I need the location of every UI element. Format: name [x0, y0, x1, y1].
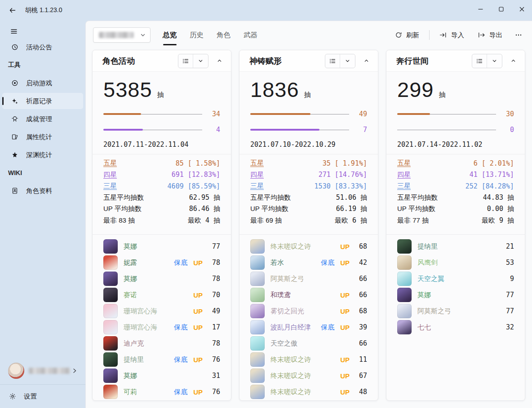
item-name: 珊瑚宫心海: [124, 323, 174, 332]
stat-label[interactable]: 三星: [250, 182, 264, 190]
pull-item: 珊瑚宫心海UP49: [103, 303, 220, 319]
stat-row: 五星85 [ 1.58%]: [103, 158, 220, 169]
pity4-progress: 4: [103, 126, 220, 134]
minimize-icon: [478, 6, 483, 12]
collapse-card-button[interactable]: [213, 55, 226, 67]
item-avatar: [250, 255, 265, 270]
up-badge: UP: [340, 307, 350, 315]
user-profile[interactable]: [0, 362, 85, 380]
list-view-button[interactable]: [325, 54, 340, 68]
pull-item: 妮露保底UP78: [103, 254, 220, 271]
export-button[interactable]: 导出: [474, 28, 506, 42]
card-header: 奔行世间: [386, 50, 525, 72]
stat-label[interactable]: 四星: [397, 171, 411, 179]
card-header: 神铸赋形: [239, 50, 378, 72]
item-name: 终末嗟叹之诗: [270, 388, 340, 396]
sidebar-item-launch-game[interactable]: 启动游戏: [2, 75, 83, 91]
announcement-icon: [11, 44, 18, 51]
uid-selector[interactable]: [93, 27, 151, 43]
close-button[interactable]: [511, 0, 532, 18]
pull-items-list: 终末嗟叹之诗UP68若水保底UP42阿莫斯之弓66和璞鸢UP66雾切之回光UP6…: [250, 235, 367, 401]
titlebar: 胡桃 1.1.23.0: [0, 0, 532, 21]
sidebar-item-announcements[interactable]: 活动公告: [2, 39, 83, 55]
refresh-button[interactable]: 刷新: [391, 28, 423, 42]
nav-toggle-button[interactable]: [6, 24, 22, 39]
chevron-down-icon: [345, 58, 350, 63]
view-dropdown-button[interactable]: [487, 54, 502, 68]
tab-history[interactable]: 历史: [189, 28, 204, 43]
minimize-button[interactable]: [470, 0, 491, 18]
sidebar-item-abyss-stats[interactable]: 深渊统计: [2, 147, 83, 163]
card-body: 1836 抽 49 7 2021.07.10-2022.10.29 五星35 […: [239, 72, 378, 401]
sidebar-item-wish-records[interactable]: 祈愿记录: [2, 93, 83, 109]
item-name: 若水: [270, 259, 321, 267]
item-count: 76: [208, 388, 220, 396]
stat-value: 1530 [83.33%]: [315, 182, 367, 190]
banner-card: 神铸赋形 1836 抽: [239, 50, 378, 401]
total-pulls: 299 抽: [397, 77, 514, 102]
stat-label[interactable]: 三星: [397, 182, 411, 190]
hamburger-icon: [10, 28, 18, 35]
pull-item: 珊瑚宫心海保底UP17: [103, 319, 220, 335]
list-view-button[interactable]: [472, 54, 487, 68]
item-count: 67: [355, 372, 367, 380]
sidebar-item-attribute-stats[interactable]: 属性统计: [2, 129, 83, 145]
item-name: 迪卢克: [124, 339, 208, 348]
stats-section: 五星35 [ 1.91%]四星271 [14.76%]三星1530 [83.33…: [250, 154, 367, 229]
app-window: { "titlebar": { "app_title": "胡桃 1.1.23.…: [0, 0, 532, 408]
pull-item: 神乐之真意UP67: [250, 400, 367, 401]
item-avatar: [250, 369, 265, 383]
card-title: 角色活动: [102, 56, 135, 66]
tab-characters[interactable]: 角色: [216, 28, 231, 43]
stat-label: 五星平均抽数: [397, 193, 438, 202]
item-avatar: [103, 272, 118, 286]
stat-label[interactable]: 五星: [250, 159, 264, 167]
up-badge: UP: [340, 324, 350, 331]
stat-label[interactable]: 四星: [103, 171, 117, 179]
app-title: 胡桃 1.1.23.0: [25, 6, 62, 14]
up-badge: UP: [193, 291, 203, 299]
stat-label[interactable]: 五星: [103, 159, 117, 167]
chevron-up-icon: [511, 58, 516, 63]
guarantee-badge: 保底: [174, 323, 187, 332]
item-avatar: [103, 304, 118, 318]
back-button[interactable]: [5, 3, 20, 18]
abyss-star-icon: [11, 151, 18, 158]
pull-items-list: 提纳里21风鹰剑53天空之翼9莫娜77阿莫斯之弓77七七32: [397, 235, 514, 335]
item-avatar: [250, 304, 265, 318]
item-avatar: [250, 385, 265, 399]
stat-label[interactable]: 四星: [250, 171, 264, 179]
pull-item: 风鹰剑53: [397, 254, 514, 271]
stat-label[interactable]: 五星: [397, 159, 411, 167]
stat-row: 四星691 [12.83%]: [103, 169, 220, 181]
card-title: 奔行世间: [396, 56, 429, 66]
maximize-button[interactable]: [491, 0, 511, 18]
cards-icon: [11, 133, 18, 140]
tab-overview[interactable]: 总览: [162, 28, 177, 43]
stats-section: 五星6 [ 2.01%]四星41 [13.71%]三星252 [84.28%]五…: [397, 154, 514, 229]
list-view-button[interactable]: [178, 54, 193, 68]
view-dropdown-button[interactable]: [340, 54, 355, 68]
item-avatar: [103, 369, 118, 383]
more-options-button[interactable]: [512, 29, 525, 41]
collapse-card-button[interactable]: [507, 55, 519, 67]
stat-label[interactable]: 三星: [103, 182, 117, 190]
card-body: 299 抽 30 0 2021.07.14-2022.11.02 五星6 [ 2…: [386, 72, 525, 335]
item-avatar: [103, 255, 118, 270]
import-button[interactable]: 导入: [436, 28, 468, 42]
tab-weapons[interactable]: 武器: [243, 28, 258, 43]
item-avatar: [397, 320, 412, 334]
sidebar-item-character-wiki[interactable]: 角色资料: [2, 183, 83, 199]
collapse-card-button[interactable]: [360, 55, 372, 67]
item-count: 9: [502, 275, 514, 283]
pity4-fill: [250, 129, 319, 131]
pity4-track: [397, 129, 496, 131]
view-dropdown-button[interactable]: [193, 54, 208, 68]
sidebar-item-settings[interactable]: 设置: [2, 388, 83, 404]
item-avatar: [103, 385, 118, 399]
list-icon: [182, 57, 189, 65]
item-count: 42: [355, 259, 367, 267]
up-badge: UP: [340, 356, 350, 364]
sidebar-item-achievements[interactable]: 成就管理: [2, 111, 83, 127]
stat-value: 691 [12.83%]: [172, 171, 220, 179]
